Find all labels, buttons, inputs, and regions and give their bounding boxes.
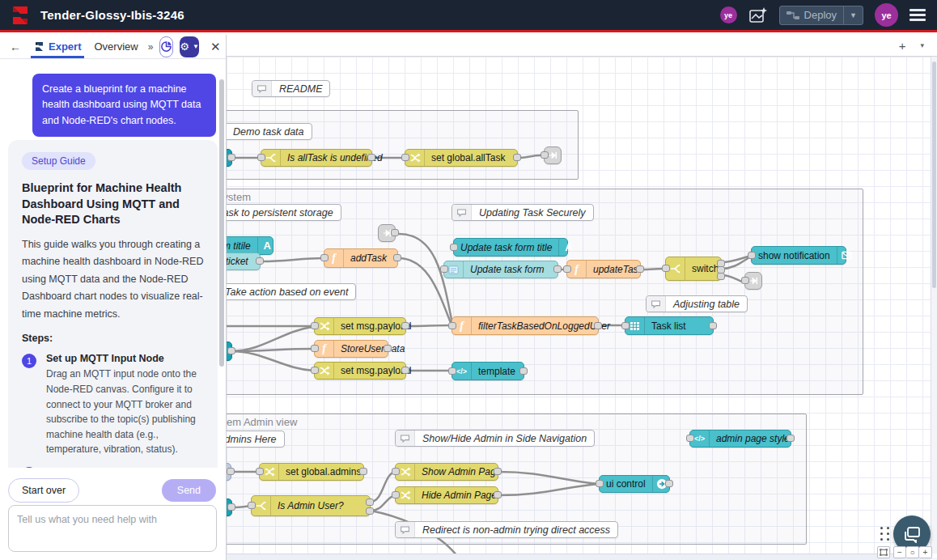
vertical-scrollbar[interactable] xyxy=(931,57,937,554)
port[interactable] xyxy=(320,254,329,261)
port[interactable] xyxy=(513,154,521,161)
port[interactable] xyxy=(227,468,235,475)
port[interactable] xyxy=(311,367,319,374)
fit-view-button[interactable] xyxy=(877,546,890,558)
port[interactable] xyxy=(594,322,602,329)
node-switch[interactable]: switch xyxy=(665,257,722,281)
ai-snapshot-icon[interactable] xyxy=(748,6,768,24)
link-out-node[interactable] xyxy=(544,146,562,164)
close-icon[interactable]: ✕ xyxy=(207,40,224,54)
node-function[interactable]: f StoreUserData xyxy=(314,340,388,358)
link-out-node[interactable] xyxy=(378,224,396,242)
port[interactable] xyxy=(621,322,630,329)
port[interactable] xyxy=(448,322,456,329)
avatar-user[interactable]: ye xyxy=(875,3,898,27)
port[interactable] xyxy=(256,468,264,475)
port[interactable] xyxy=(519,367,528,375)
port[interactable] xyxy=(748,252,756,259)
port[interactable] xyxy=(392,491,400,498)
port[interactable] xyxy=(392,468,400,475)
port[interactable] xyxy=(786,435,795,442)
port[interactable] xyxy=(563,265,571,273)
start-over-button[interactable]: Start over xyxy=(8,478,79,503)
port[interactable] xyxy=(311,322,319,329)
port[interactable] xyxy=(636,265,644,273)
insights-button[interactable] xyxy=(159,36,173,57)
node-switch[interactable]: Is allTask is undefined xyxy=(261,149,372,167)
port[interactable] xyxy=(311,345,319,352)
node-change[interactable]: Hide Admin Page xyxy=(395,486,498,504)
comment-node[interactable]: Add Admins Here xyxy=(227,431,285,448)
port[interactable] xyxy=(366,498,374,506)
port[interactable] xyxy=(494,468,502,475)
node-ui-form[interactable]: Update task form xyxy=(443,261,558,278)
port[interactable] xyxy=(257,154,265,161)
flow-list-button[interactable]: ▾ xyxy=(914,41,931,49)
link-out-node[interactable] xyxy=(744,272,762,290)
zoom-in-button[interactable]: + xyxy=(919,546,932,558)
flow-canvas[interactable]: Task management system Task management s… xyxy=(227,57,937,560)
zoom-reset-button[interactable]: ○ xyxy=(906,546,919,558)
port[interactable] xyxy=(401,367,409,374)
port[interactable] xyxy=(662,265,670,272)
comment-node[interactable]: Adjusting table xyxy=(646,295,748,312)
port[interactable] xyxy=(248,502,256,509)
port[interactable] xyxy=(709,322,717,329)
deploy-button[interactable]: Deploy ▼ xyxy=(779,6,863,25)
port[interactable] xyxy=(391,229,399,236)
avatar-small[interactable]: ye xyxy=(720,6,737,23)
port[interactable] xyxy=(227,347,235,354)
clipped-node-stub[interactable] xyxy=(227,498,232,516)
node-change[interactable]: set msg.payload xyxy=(314,317,406,335)
node-ui-template[interactable]: </> admin page style xyxy=(689,430,791,448)
add-flow-button[interactable]: + xyxy=(892,39,913,53)
node-change[interactable]: set msg.payload xyxy=(314,362,406,380)
deploy-dropdown-caret[interactable]: ▼ xyxy=(843,6,863,24)
back-arrow-icon[interactable]: ← xyxy=(6,40,24,53)
tab-overview[interactable]: Overview xyxy=(91,35,141,58)
port[interactable] xyxy=(440,265,448,273)
node-ui-form[interactable]: Add ticket xyxy=(227,252,261,270)
more-tabs-icon[interactable]: » xyxy=(148,41,154,53)
port[interactable] xyxy=(717,273,725,280)
help-input[interactable] xyxy=(8,505,217,552)
port[interactable] xyxy=(494,491,502,498)
node-function[interactable]: f filterTaskBasedOnLoggedUser xyxy=(452,316,599,335)
clipped-node-stub[interactable] xyxy=(227,149,232,167)
comment-node[interactable]: Show/Hide Admin in Side Navigation xyxy=(395,430,595,447)
node-change[interactable]: set global.admins xyxy=(259,463,364,481)
comment-node[interactable]: Updating Task Securely xyxy=(452,204,594,221)
node-change[interactable]: Show Admin Page xyxy=(395,463,498,481)
chat-scroll-area[interactable]: Create a blueprint for a machine health … xyxy=(0,59,226,468)
node-ui-template[interactable]: </> template xyxy=(452,362,524,380)
panel-scrollbar-thumb[interactable] xyxy=(219,79,224,367)
port[interactable] xyxy=(393,254,401,261)
port[interactable] xyxy=(686,435,694,442)
drag-handle-dots[interactable] xyxy=(880,527,890,541)
port[interactable] xyxy=(401,322,409,329)
settings-button[interactable]: ⚙ ▼ xyxy=(180,36,199,57)
port[interactable] xyxy=(553,265,562,273)
zoom-out-button[interactable]: − xyxy=(893,546,906,558)
node-function[interactable]: f updateTask xyxy=(566,260,641,278)
horizontal-scrollbar[interactable] xyxy=(227,554,931,560)
port[interactable] xyxy=(367,154,375,161)
node-change[interactable]: set global.allTask xyxy=(405,149,518,167)
tab-expert[interactable]: Expert xyxy=(31,35,84,58)
port[interactable] xyxy=(450,244,458,251)
node-switch[interactable]: Is Admin User? xyxy=(251,495,371,516)
comment-node[interactable]: README xyxy=(252,80,330,97)
flowfuse-logo-icon[interactable] xyxy=(10,5,31,26)
port[interactable] xyxy=(227,503,235,511)
port[interactable] xyxy=(596,480,604,487)
port[interactable] xyxy=(366,507,374,515)
node-ui-text[interactable]: Update task form title A xyxy=(453,238,568,257)
clipped-link-node-stub[interactable] xyxy=(227,463,231,481)
comment-node[interactable]: Demo task data xyxy=(227,123,312,140)
port[interactable] xyxy=(448,367,456,375)
vertical-scrollbar-thumb[interactable] xyxy=(932,62,936,288)
comment-node[interactable]: Save task to persistent storage xyxy=(227,204,341,221)
port[interactable] xyxy=(359,468,367,475)
node-ui-table[interactable]: Task list xyxy=(625,316,714,335)
node-ui-notification[interactable]: show notification xyxy=(751,246,846,265)
